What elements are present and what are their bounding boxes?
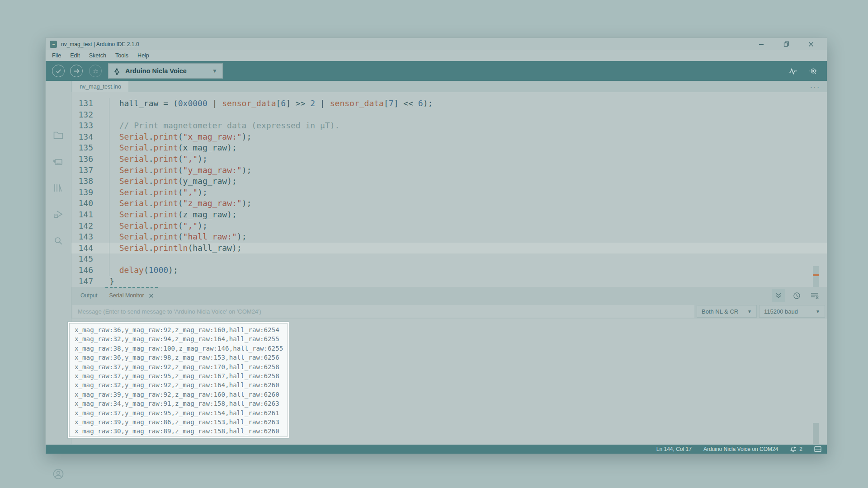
menu-help[interactable]: Help (133, 50, 154, 61)
line-number: 139 (71, 187, 93, 198)
code-line[interactable]: 132 (71, 109, 827, 121)
chevron-down-icon: ▼ (747, 309, 752, 314)
editor-overflow-menu[interactable]: ··· (810, 81, 821, 92)
serial-monitor-icon[interactable] (809, 66, 819, 75)
code-line[interactable]: 138 Serial.print(y_mag_raw); (71, 176, 827, 187)
tab-nv-mag-test[interactable]: nv_mag_test.ino (72, 81, 128, 92)
code-text (93, 253, 109, 265)
code-text: Serial.print("y_mag_raw:"); (93, 165, 251, 176)
code-line[interactable]: 139 Serial.print(","); (71, 187, 827, 198)
line-number: 145 (71, 253, 93, 265)
chevron-down-icon: ▼ (816, 309, 820, 314)
tab-output-label: Output (80, 292, 98, 299)
serial-message-input[interactable] (72, 305, 694, 318)
serial-line: x_mag_raw:32,y_mag_raw:94,z_mag_raw:164,… (75, 334, 288, 343)
line-number: 138 (71, 176, 93, 187)
menu-bar: File Edit Sketch Tools Help (46, 50, 827, 61)
line-number: 132 (71, 109, 93, 121)
close-button[interactable] (805, 39, 817, 49)
code-text: Serial.print("z_mag_raw:"); (93, 198, 251, 209)
editor-scrollbar[interactable] (813, 266, 819, 288)
serial-scrollbar[interactable] (813, 423, 819, 444)
close-tab-icon[interactable] (149, 293, 154, 298)
line-number: 133 (71, 120, 93, 131)
bell-icon (790, 446, 797, 453)
line-number: 134 (71, 131, 93, 143)
serial-line: x_mag_raw:30,y_mag_raw:89,z_mag_raw:158,… (75, 427, 288, 436)
editor-tab-bar: nv_mag_test.ino ··· (71, 81, 827, 92)
line-number: 137 (71, 165, 93, 176)
baud-rate-dropdown[interactable]: 115200 baud ▼ (759, 305, 825, 318)
line-number: 135 (71, 142, 93, 154)
line-number: 131 (71, 98, 93, 109)
code-line[interactable]: 144 Serial.println(hall_raw); (71, 243, 827, 254)
panel-layout-icon[interactable] (814, 446, 821, 452)
line-number: 143 (71, 231, 93, 243)
autoscroll-icon[interactable] (772, 289, 785, 302)
notifications[interactable]: 2 (790, 446, 802, 453)
menu-sketch[interactable]: Sketch (85, 50, 111, 61)
code-line[interactable]: 143 Serial.print("hall_raw:"); (71, 231, 827, 243)
serial-line: x_mag_raw:38,y_mag_raw:100,z_mag_raw:146… (75, 344, 288, 353)
code-line[interactable]: 131 hall_raw = (0x0000 | sensor_data[6] … (71, 98, 827, 109)
debug-panel-icon[interactable] (46, 205, 71, 223)
bottom-panel-tabs: Output Serial Monitor (71, 287, 827, 304)
serial-plotter-icon[interactable] (788, 66, 798, 75)
debug-button[interactable] (89, 65, 102, 77)
upload-button[interactable] (70, 65, 83, 77)
code-text: delay(1000); (93, 265, 178, 276)
code-line[interactable]: 141 Serial.print(z_mag_raw); (71, 209, 827, 221)
boards-manager-icon[interactable] (46, 153, 71, 171)
code-text: // Print magnetometer data (expressed in… (93, 120, 340, 131)
timestamp-icon[interactable] (790, 289, 803, 302)
sketchbook-folder-icon[interactable] (46, 126, 71, 144)
code-line[interactable]: 134 Serial.print("x_mag_raw:"); (71, 131, 827, 143)
restore-button[interactable] (780, 39, 793, 49)
code-text: Serial.print("hall_raw:"); (93, 231, 247, 243)
notification-count: 2 (799, 446, 802, 452)
menu-file[interactable]: File (47, 50, 66, 61)
tab-serial-monitor[interactable]: Serial Monitor (104, 287, 160, 304)
clear-output-icon[interactable] (808, 289, 821, 302)
board-selector[interactable]: Arduino Nicla Voice ▼ (108, 63, 223, 79)
line-ending-dropdown[interactable]: Both NL & CR ▼ (697, 305, 757, 318)
serial-line: x_mag_raw:39,y_mag_raw:86,z_mag_raw:153,… (75, 418, 288, 427)
code-line[interactable]: 136 Serial.print(","); (71, 154, 827, 165)
line-ending-value: Both NL & CR (702, 308, 738, 315)
baud-rate-value: 115200 baud (764, 308, 798, 315)
code-text: Serial.print("x_mag_raw:"); (93, 131, 251, 143)
code-line[interactable]: 145 (71, 253, 827, 265)
menu-tools[interactable]: Tools (111, 50, 133, 61)
code-text: Serial.print(","); (93, 221, 208, 232)
line-number: 147 (71, 276, 93, 287)
arduino-app-icon: ∞ (50, 41, 57, 48)
library-manager-icon[interactable] (46, 179, 71, 197)
code-editor[interactable]: 131 hall_raw = (0x0000 | sensor_data[6] … (71, 92, 827, 287)
search-icon[interactable] (46, 232, 71, 250)
code-line[interactable]: 135 Serial.print(x_mag_raw); (71, 142, 827, 154)
tab-output[interactable]: Output (75, 287, 104, 304)
serial-output-lines: x_mag_raw:36,y_mag_raw:92,z_mag_raw:160,… (75, 325, 288, 436)
line-number: 141 (71, 209, 93, 221)
minimize-button[interactable] (755, 39, 768, 49)
code-line[interactable]: 147} (71, 276, 827, 287)
code-line[interactable]: 140 Serial.print("z_mag_raw:"); (71, 198, 827, 209)
serial-line: x_mag_raw:32,y_mag_raw:92,z_mag_raw:164,… (75, 380, 288, 389)
code-line[interactable]: 137 Serial.print("y_mag_raw:"); (71, 165, 827, 176)
highlight-annotation: x_mag_raw:36,y_mag_raw:92,z_mag_raw:160,… (68, 322, 289, 438)
scrollbar-marker (813, 274, 819, 276)
code-text: Serial.print(","); (93, 187, 208, 198)
code-text: Serial.print(y_mag_raw); (93, 176, 237, 187)
arduino-ide-window: ∞ nv_mag_test | Arduino IDE 2.1.0 File E… (45, 38, 827, 453)
code-text: Serial.print(","); (93, 154, 208, 165)
menu-edit[interactable]: Edit (66, 50, 85, 61)
account-icon[interactable] (46, 465, 71, 483)
code-line[interactable]: 146 delay(1000); (71, 265, 827, 276)
window-title: nv_mag_test | Arduino IDE 2.1.0 (61, 41, 139, 47)
code-text: hall_raw = (0x0000 | sensor_data[6] >> 2… (93, 98, 433, 109)
usb-icon (113, 67, 120, 75)
code-line[interactable]: 142 Serial.print(","); (71, 221, 827, 232)
serial-line: x_mag_raw:34,y_mag_raw:91,z_mag_raw:158,… (75, 399, 288, 408)
verify-button[interactable] (52, 65, 65, 77)
code-line[interactable]: 133 // Print magnetometer data (expresse… (71, 120, 827, 131)
